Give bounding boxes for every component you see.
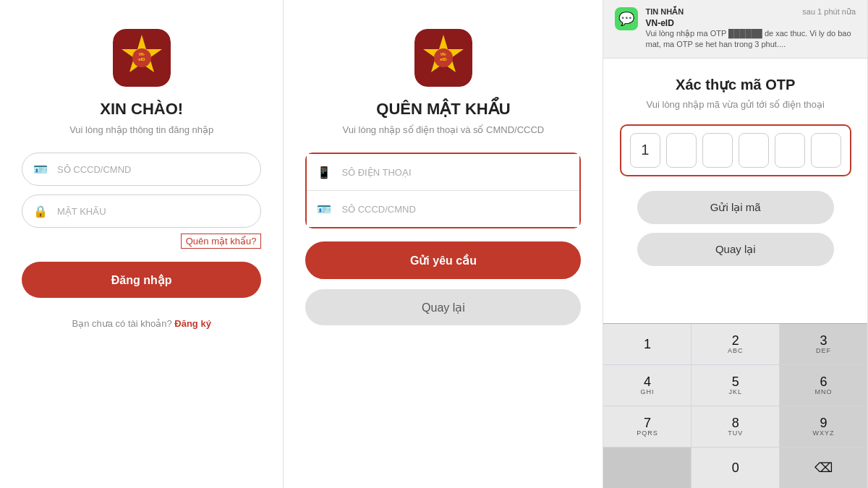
cccd-input[interactable] <box>22 153 261 186</box>
login-title: XIN CHÀO! <box>100 100 183 119</box>
back-button-otp[interactable]: Quay lại <box>637 233 834 266</box>
forgot-form-box: 📱 🪪 <box>305 153 581 228</box>
svg-text:VN-: VN- <box>441 52 447 56</box>
register-text: Bạn chưa có tài khoản? Đăng ký <box>72 318 210 329</box>
otp-inputs-container <box>620 124 851 176</box>
key-2[interactable]: 2 ABC <box>692 324 779 364</box>
forgot-password-panel: VN- eID QUÊN MẬT KHẨU Vui lòng nhập số đ… <box>284 0 603 488</box>
login-button[interactable]: Đăng nhập <box>22 262 261 298</box>
otp-box-2[interactable] <box>666 133 697 168</box>
key-backspace[interactable]: ⌫ <box>780 448 867 488</box>
otp-box-3[interactable] <box>702 133 733 168</box>
key-1[interactable]: 1 <box>603 324 691 364</box>
key-0[interactable]: 0 <box>692 448 779 488</box>
message-icon: 💬 <box>615 7 638 30</box>
key-9[interactable]: 9 WXYZ <box>780 406 867 447</box>
notification-content: TIN NHẮN sau 1 phút nữa VN-eID Vui lòng … <box>645 7 856 51</box>
register-link[interactable]: Đăng ký <box>174 318 211 329</box>
forgot-password-link[interactable]: Quên mật khẩu? <box>181 234 262 249</box>
otp-panel: 💬 TIN NHẮN sau 1 phút nữa VN-eID Vui lòn… <box>603 0 868 488</box>
otp-title: Xác thực mã OTP <box>676 76 795 93</box>
key-7[interactable]: 7 PQRS <box>603 406 691 447</box>
password-input-wrapper: 🔒 <box>22 194 261 228</box>
notif-message: Vui lòng nhập ma OTP ██████ de xac thuc.… <box>645 28 856 51</box>
svg-text:eID: eID <box>138 57 145 61</box>
cccd-forgot-input-wrapper: 🪪 <box>307 191 579 227</box>
numeric-keypad: 1 2 ABC 3 DEF 4 GHI 5 JKL 6 MNO 7 PQRS 8 <box>603 323 867 488</box>
resend-code-button[interactable]: Gửi lại mã <box>637 191 834 224</box>
otp-box-4[interactable] <box>739 133 769 168</box>
phone-input[interactable] <box>307 154 579 190</box>
phone-input-wrapper: 📱 <box>307 154 579 191</box>
password-input[interactable] <box>22 194 261 228</box>
otp-box-1[interactable] <box>630 133 660 168</box>
login-subtitle: Vui lòng nhập thông tin đăng nhập <box>69 124 213 135</box>
login-panel: VN- eID XIN CHÀO! Vui lòng nhập thông ti… <box>0 0 284 488</box>
notif-header: TIN NHẮN sau 1 phút nữa <box>645 7 856 17</box>
back-button-forgot[interactable]: Quay lại <box>305 289 581 325</box>
forgot-title: QUÊN MẬT KHẨU <box>376 100 510 119</box>
id-card-icon: 🪪 <box>317 202 331 216</box>
otp-box-6[interactable] <box>811 133 841 168</box>
notif-type: TIN NHẮN <box>645 7 684 17</box>
notif-time: sau 1 phút nữa <box>802 7 856 17</box>
cccd-forgot-input[interactable] <box>307 191 579 227</box>
app-logo: VN- eID <box>113 29 171 87</box>
send-request-button[interactable]: Gửi yêu cầu <box>305 241 581 279</box>
key-8[interactable]: 8 TUV <box>692 406 779 447</box>
svg-text:VN-: VN- <box>138 52 145 56</box>
notif-sender: VN-eID <box>645 18 856 28</box>
app-logo-2: VN- eID <box>414 29 472 87</box>
svg-text:eID: eID <box>440 57 447 61</box>
otp-content: Xác thực mã OTP Vui lòng nhập mã vừa gửi… <box>605 59 866 323</box>
key-6[interactable]: 6 MNO <box>780 365 867 406</box>
key-4[interactable]: 4 GHI <box>603 365 691 406</box>
key-5[interactable]: 5 JKL <box>692 365 779 406</box>
notification-bar: 💬 TIN NHẮN sau 1 phút nữa VN-eID Vui lòn… <box>603 0 867 59</box>
otp-subtitle: Vui lòng nhập mã vừa gửi tới số điện tho… <box>647 99 825 110</box>
key-3[interactable]: 3 DEF <box>780 324 867 364</box>
forgot-subtitle: Vui lòng nhập số điện thoại và số CMND/C… <box>343 124 545 135</box>
phone-icon: 📱 <box>317 166 331 179</box>
otp-box-5[interactable] <box>775 133 805 168</box>
cccd-input-wrapper: 🪪 <box>22 153 261 186</box>
key-empty <box>603 448 691 488</box>
